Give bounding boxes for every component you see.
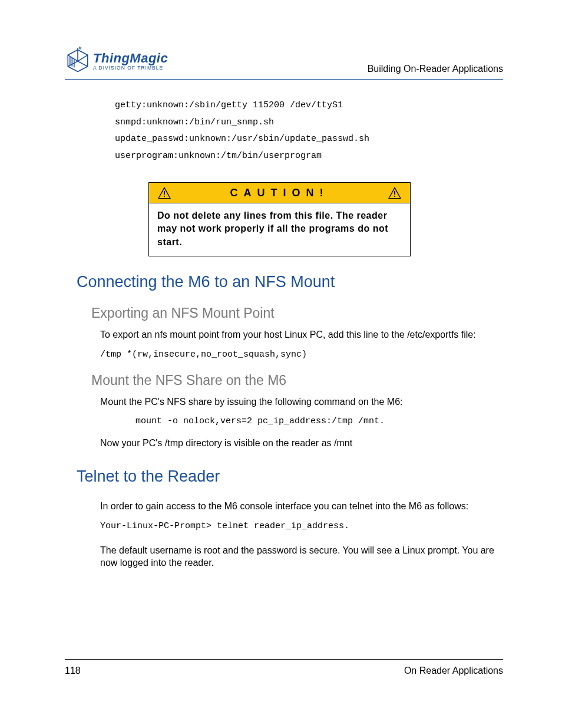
- code-listing: getty:unknown:/sbin/getty 115200 /dev/tt…: [115, 97, 503, 164]
- svg-rect-0: [164, 191, 165, 195]
- page-footer: 118 On Reader Applications: [65, 659, 503, 676]
- command-text: telnet reader_ip_address.: [217, 521, 349, 531]
- caution-title: CAUTION!: [171, 187, 388, 199]
- section-heading: Telnet to the Reader: [77, 467, 503, 486]
- logo: ThingMagic A DIVISION OF TRIMBLE: [65, 46, 168, 75]
- cube-logo-icon: [65, 46, 91, 75]
- svg-rect-3: [394, 196, 395, 197]
- code-line: mount -o nolock,vers=2 pc_ip_address:/tm…: [135, 416, 503, 426]
- code-line: update_passwd:unknown:/usr/sbin/update_p…: [115, 134, 369, 144]
- caution-box: CAUTION! Do not delete any lines from th…: [148, 182, 411, 256]
- subsection-heading: Mount the NFS Share on the M6: [91, 373, 503, 388]
- section-heading: Connecting the M6 to an NFS Mount: [77, 273, 503, 291]
- paragraph: To export an nfs mount point from your h…: [100, 328, 503, 341]
- warning-icon: [388, 186, 402, 199]
- page-number: 118: [65, 666, 81, 676]
- paragraph: Now your PC's /tmp directory is visible …: [100, 437, 503, 450]
- code-line: /tmp *(rw,insecure,no_root_squash,sync): [100, 350, 503, 360]
- footer-section-label: On Reader Applications: [404, 666, 503, 676]
- logo-title: ThingMagic: [93, 51, 168, 66]
- paragraph: In order to gain access to the M6 consol…: [100, 500, 503, 513]
- running-head: Building On-Reader Applications: [368, 64, 503, 74]
- code-line: getty:unknown:/sbin/getty 115200 /dev/tt…: [115, 100, 343, 110]
- code-line: userprogram:unknown:/tm/bin/userprogram: [115, 151, 322, 161]
- paragraph: Mount the PC's NFS share by issuing the …: [100, 396, 503, 409]
- code-line: snmpd:unknown:/bin/run_snmp.sh: [115, 117, 274, 127]
- page-header: ThingMagic A DIVISION OF TRIMBLE Buildin…: [65, 46, 503, 80]
- caution-body: Do not delete any lines from this file. …: [149, 203, 410, 256]
- subsection-heading: Exporting an NFS Mount Point: [91, 305, 503, 321]
- logo-subtitle: A DIVISION OF TRIMBLE: [93, 65, 168, 71]
- code-line: Your-Linux-PC-Prompt> telnet reader_ip_a…: [100, 521, 503, 531]
- paragraph: The default username is root and the pas…: [100, 544, 503, 569]
- svg-rect-1: [164, 196, 165, 197]
- svg-rect-2: [394, 191, 395, 195]
- prompt-label: Your-Linux-PC-Prompt>: [100, 521, 217, 531]
- warning-icon: [157, 186, 171, 199]
